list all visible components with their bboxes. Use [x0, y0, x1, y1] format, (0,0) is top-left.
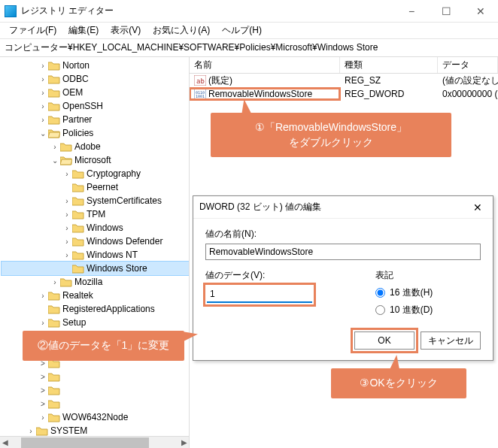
menu-favorites[interactable]: お気に入り(A) [147, 23, 216, 38]
tree-node-mozilla[interactable]: ›Mozilla [2, 275, 189, 289]
tree-node-windows[interactable]: ›Windows [2, 221, 189, 235]
scroll-right-icon[interactable]: ▶ [179, 438, 190, 446]
minimize-button[interactable]: − [394, 0, 429, 23]
toggler-icon[interactable]: › [62, 224, 72, 232]
toggler-icon[interactable]: › [38, 62, 48, 70]
folder-icon [48, 101, 60, 111]
address-text: コンピューター¥HKEY_LOCAL_MACHINE¥SOFTWARE¥Poli… [5, 41, 378, 54]
value-icon: 01101001 [194, 89, 206, 99]
ok-button[interactable]: OK [354, 331, 414, 350]
tree-pane[interactable]: ›Norton›ODBC›OEM›OpenSSH›Partner⌄Policie… [0, 57, 190, 448]
menubar: ファイル(F) 編集(E) 表示(V) お気に入り(A) ヘルプ(H) [0, 23, 498, 39]
tree-node-odbc[interactable]: ›ODBC [2, 72, 189, 86]
tree-node-wow6432[interactable]: ›WOW6432Node [2, 410, 189, 424]
tree-label: Windows [87, 222, 123, 233]
tree-node-windowsdefender[interactable]: ›Windows Defender [2, 235, 189, 248]
folder-icon [72, 237, 84, 247]
radix-hex-radio[interactable] [375, 288, 385, 298]
toggler-icon[interactable]: › [62, 251, 72, 259]
tree-label: Policies [62, 128, 93, 138]
tree-label: Windows Store [87, 263, 147, 274]
titlebar: レジストリ エディター − ☐ ✕ [0, 0, 498, 23]
value-row[interactable]: ab(既定)REG_SZ(値の設定なし) [190, 74, 498, 87]
column-name[interactable]: 名前 [190, 57, 340, 73]
tree-node-tpm[interactable]: ›TPM [2, 207, 189, 221]
tree-node-policies[interactable]: ⌄Policies [2, 126, 189, 140]
tree-label: Windows Defender [87, 236, 162, 247]
tree-label: TPM [87, 209, 105, 219]
tree-node-realtek[interactable]: ›Realtek [2, 289, 189, 302]
tree-node-systemcertificates[interactable]: ›SystemCertificates [2, 194, 189, 207]
toggler-icon[interactable]: › [50, 278, 60, 286]
toggler-icon[interactable]: › [50, 143, 60, 151]
tree-node-oem[interactable]: ›OEM [2, 86, 189, 99]
tree-node-adobe[interactable]: ›Adobe [2, 140, 189, 153]
maximize-button[interactable]: ☐ [429, 0, 463, 23]
menu-view[interactable]: 表示(V) [105, 23, 147, 38]
value-type-cell: REG_DWORD [340, 88, 438, 100]
tree-label: Mozilla [74, 277, 102, 287]
toggler-icon[interactable]: › [26, 427, 36, 435]
svg-text:1001: 1001 [196, 94, 205, 98]
toggler-icon[interactable]: › [38, 102, 48, 110]
toggler-icon[interactable]: › [62, 170, 72, 178]
folder-icon [72, 169, 84, 179]
scroll-thumb[interactable] [21, 437, 149, 448]
tree-label: Adobe [74, 141, 101, 152]
scroll-left-icon[interactable]: ◀ [0, 438, 11, 446]
list-body: ab(既定)REG_SZ(値の設定なし)01101001RemovableWin… [190, 74, 498, 101]
tree-node-windowsstore[interactable]: Windows Store [2, 262, 189, 275]
tree-node-windowsnt[interactable]: ›Windows NT [2, 248, 189, 262]
toggler-icon[interactable]: ⌄ [50, 156, 60, 165]
tree-label: RegisteredApplications [62, 304, 155, 314]
menu-help[interactable]: ヘルプ(H) [216, 23, 268, 38]
value-data-cell: (値の設定なし) [438, 74, 498, 88]
toggler-icon[interactable]: › [38, 116, 48, 124]
toggler-icon[interactable]: › [38, 89, 48, 97]
tree-label: OpenSSH [62, 101, 103, 111]
folder-icon [60, 156, 72, 165]
regedit-icon [5, 5, 17, 17]
horizontal-scrollbar[interactable]: ◀ ▶ [0, 436, 190, 448]
column-data[interactable]: データ [438, 57, 498, 73]
tree-label: Cryptography [87, 168, 141, 179]
tree-node-norton[interactable]: ›Norton [2, 59, 189, 72]
tree-node-cryptography[interactable]: ›Cryptography [2, 167, 189, 180]
folder-icon [72, 223, 84, 233]
value-name-input[interactable] [205, 244, 481, 260]
dialog-close-button[interactable]: ✕ [469, 201, 487, 213]
menu-edit[interactable]: 編集(E) [62, 23, 105, 38]
value-row[interactable]: 01101001RemovableWindowsStoreREG_DWORD0x… [190, 87, 498, 101]
toggler-icon[interactable]: › [38, 413, 48, 422]
radix-dec-option[interactable]: 10 進数(D) [375, 304, 481, 316]
tree-label: Partner [62, 114, 92, 125]
folder-icon [60, 277, 72, 287]
toggler-icon[interactable]: › [38, 319, 48, 327]
list-header: 名前 種類 データ [190, 57, 498, 74]
radix-hex-option[interactable]: 16 進数(H) [375, 286, 481, 299]
menu-file[interactable]: ファイル(F) [3, 23, 62, 38]
tree-label: OEM [62, 87, 83, 98]
tree-node-peernet[interactable]: Peernet [2, 180, 189, 194]
tree-node-openssh[interactable]: ›OpenSSH [2, 99, 189, 113]
tree-label: Norton [62, 60, 90, 71]
tree-node-microsoft[interactable]: ⌄Microsoft [2, 153, 189, 167]
value-type-cell: REG_SZ [340, 74, 438, 86]
tree-node-registeredapplications[interactable]: RegisteredApplications [2, 302, 189, 316]
tree-node-setup[interactable]: ›Setup [2, 316, 189, 329]
value-data-input[interactable] [207, 286, 312, 303]
toggler-icon[interactable]: › [62, 197, 72, 205]
tree-node-partner[interactable]: ›Partner [2, 113, 189, 126]
toggler-icon[interactable]: › [62, 238, 72, 246]
callout-3: ③OKをクリック [331, 368, 466, 398]
address-bar[interactable]: コンピューター¥HKEY_LOCAL_MACHINE¥SOFTWARE¥Poli… [0, 39, 498, 57]
toggler-icon[interactable]: › [62, 210, 72, 219]
radix-dec-radio[interactable] [375, 305, 385, 315]
tree-label: Microsoft [74, 155, 111, 165]
close-button[interactable]: ✕ [463, 0, 498, 23]
column-type[interactable]: 種類 [340, 57, 438, 73]
cancel-button[interactable]: キャンセル [421, 331, 481, 350]
toggler-icon[interactable]: › [38, 75, 48, 83]
toggler-icon[interactable]: ⌄ [38, 129, 48, 138]
toggler-icon[interactable]: › [38, 292, 48, 300]
